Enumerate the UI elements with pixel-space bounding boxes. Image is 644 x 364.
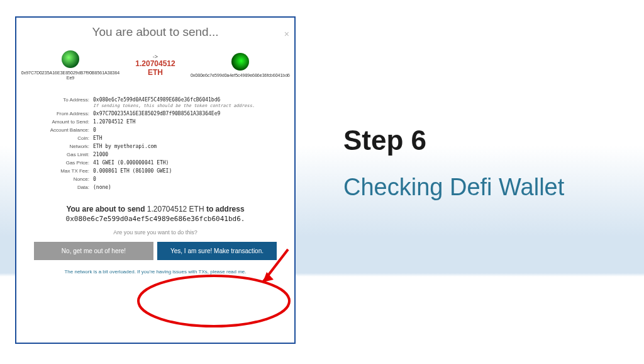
confirm-question: Are you sure you want to do this? — [25, 229, 286, 236]
to-note: If sending tokens, this should be the to… — [93, 103, 289, 109]
cancel-button[interactable]: No, get me out of here! — [34, 242, 153, 260]
from-identicon-icon — [62, 50, 79, 68]
confirm-post: to address — [206, 205, 245, 213]
value-maxfee: 0.000861 ETH (861000 GWEI) — [93, 168, 289, 174]
label-nonce: Nonce: — [21, 176, 93, 183]
to-column: 0x080e6c7e599d0a4ef5c4989e686e36fcb6041b… — [190, 53, 291, 78]
page-stage: Step 6 Checking Defi Wallet × You are ab… — [0, 0, 644, 364]
row-amount: Amount to Send: 1.20704512 ETH — [21, 119, 289, 125]
to-address-text: 0x080e6c7e599d0a4ef5c4989e686e36fcb6041b… — [190, 73, 291, 78]
button-row: No, get me out of here! Yes, I am sure! … — [25, 242, 286, 260]
row-gaslimit: Gas Limit: 21000 — [21, 152, 289, 158]
row-from: From Address: 0x97C7D0235A16E3E85029dB7f… — [21, 111, 289, 117]
to-identicon-icon — [231, 53, 249, 71]
send-confirm-modal: × You are about to send... 0x97C7D0235A1… — [15, 16, 296, 344]
value-network: ETH by myetherapi.com — [93, 144, 289, 150]
row-nonce: Nonce: 0 — [21, 176, 289, 183]
value-gasprice: 41 GWEI (0.000000041 ETH) — [93, 160, 289, 166]
confirm-button[interactable]: Yes, I am sure! Make transaction. — [157, 242, 277, 260]
step-block: Step 6 Checking Defi Wallet — [343, 125, 620, 201]
row-gasprice: Gas Price: 41 GWEI (0.000000041 ETH) — [21, 160, 289, 166]
to-value: 0x080e6c7e599d0A4EF5C4989E686e36fcB6041b… — [93, 97, 220, 103]
value-nonce: 0 — [93, 176, 289, 183]
amount-display: 1.20704512 ETH — [127, 60, 184, 77]
label-data: Data: — [21, 185, 93, 191]
value-from: 0x97C7D0235A16E3E85029dB7f90B8561A38364E… — [93, 111, 289, 117]
label-to: To Address: — [21, 97, 93, 109]
label-balance: Account Balance: — [21, 127, 93, 134]
row-balance: Account Balance: 0 — [21, 127, 289, 134]
step-subtitle: Checking Defi Wallet — [343, 174, 620, 201]
value-amount: 1.20704512 ETH — [93, 119, 289, 125]
label-network: Network: — [21, 144, 93, 150]
value-coin: ETH — [93, 135, 289, 142]
modal-title: You are about to send... — [16, 25, 294, 39]
row-network: Network: ETH by myetherapi.com — [21, 144, 289, 150]
label-gasprice: Gas Price: — [21, 160, 93, 166]
row-to: To Address: 0x080e6c7e599d0A4EF5C4989E68… — [21, 97, 289, 109]
confirm-amount: 1.20704512 ETH — [147, 205, 204, 213]
confirm-line: You are about to send 1.20704512 ETH to … — [25, 205, 286, 213]
from-address-text: 0x97C7D0235A16E3E85029dB7f90B8561A38364E… — [20, 71, 121, 80]
tx-details: To Address: 0x080e6c7e599d0A4EF5C4989E68… — [16, 91, 294, 191]
amount-unit: ETH — [148, 68, 163, 77]
row-data: Data: (none) — [21, 185, 289, 191]
row-maxfee: Max TX Fee: 0.000861 ETH (861000 GWEI) — [21, 168, 289, 174]
value-data: (none) — [93, 185, 289, 191]
amount-center: -> 1.20704512 ETH — [127, 54, 184, 77]
confirm-address: 0x080e6c7e599d0a4ef5c4989e686e36fcb6041b… — [25, 215, 286, 223]
confirm-block: You are about to send 1.20704512 ETH to … — [16, 205, 294, 275]
confirm-pre: You are about to send — [66, 205, 145, 213]
label-maxfee: Max TX Fee: — [21, 168, 93, 174]
value-gaslimit: 21000 — [93, 152, 289, 158]
footer-note: The network is a bit overloaded. If you'… — [25, 269, 286, 275]
amount-value: 1.20704512 — [135, 59, 175, 68]
label-from: From Address: — [21, 111, 93, 117]
row-coin: Coin: ETH — [21, 135, 289, 142]
label-gaslimit: Gas Limit: — [21, 152, 93, 158]
label-amount: Amount to Send: — [21, 119, 93, 125]
value-to: 0x080e6c7e599d0A4EF5C4989E686e36fcB6041b… — [93, 97, 289, 109]
modal-inner: × You are about to send... 0x97C7D0235A1… — [16, 25, 294, 350]
address-row: 0x97C7D0235A16E3E85029dB7f90B8561A38364E… — [16, 50, 294, 80]
close-icon[interactable]: × — [284, 29, 289, 39]
from-column: 0x97C7D0235A16E3E85029dB7f90B8561A38364E… — [20, 50, 121, 80]
label-coin: Coin: — [21, 135, 93, 142]
value-balance: 0 — [93, 127, 289, 134]
step-title: Step 6 — [343, 125, 620, 156]
